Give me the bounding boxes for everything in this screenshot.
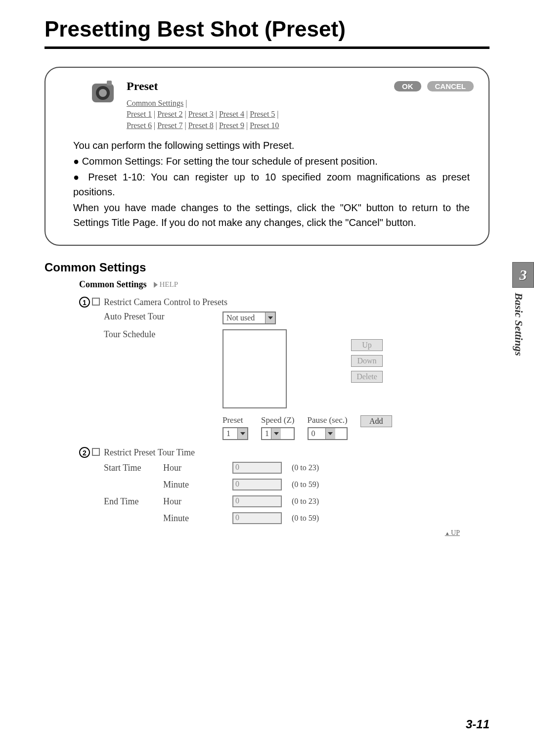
page-number: 3-11 — [466, 717, 490, 731]
speed-value: 1 — [262, 428, 271, 439]
info-box: Preset OK CANCEL Common Settings | Prese… — [44, 67, 490, 246]
down-button[interactable]: Down — [351, 355, 383, 367]
svg-rect-3 — [107, 81, 112, 86]
svg-point-2 — [99, 89, 107, 97]
chapter-badge: 3 — [512, 262, 534, 288]
title-underline — [44, 46, 490, 49]
restrict-tour-time-checkbox[interactable] — [92, 448, 100, 456]
end-hour-input[interactable]: 0 — [232, 495, 282, 507]
add-button[interactable]: Add — [360, 415, 392, 427]
cancel-button[interactable]: CANCEL — [427, 81, 474, 91]
link-preset-8[interactable]: Preset 8 — [188, 121, 214, 130]
side-tab: 3 Basic Settings — [512, 262, 534, 356]
svg-marker-6 — [274, 432, 279, 435]
link-preset-4[interactable]: Preset 4 — [219, 110, 244, 118]
end-hour-label: Hour — [163, 496, 227, 507]
info-p1: You can perform the following settings w… — [73, 138, 470, 153]
pause-value: 0 — [309, 428, 325, 439]
up-link[interactable]: UP — [79, 529, 460, 537]
speed-select[interactable]: 1 — [261, 427, 295, 440]
end-minute-range: (0 to 59) — [292, 514, 319, 523]
callout-2: 2 — [79, 447, 90, 458]
speed-col-label: Speed (Z) — [261, 415, 295, 425]
chapter-label: Basic Settings — [512, 293, 525, 356]
tour-schedule-label: Tour Schedule — [104, 329, 222, 340]
auto-preset-tour-select[interactable]: Not used — [222, 311, 276, 324]
preset-select[interactable]: 1 — [222, 427, 248, 440]
end-time-label: End Time — [104, 496, 158, 507]
start-minute-range: (0 to 59) — [292, 480, 319, 489]
info-bullet-2: Preset 1-10: You can register up to 10 s… — [73, 170, 470, 199]
section-title: Common Settings — [44, 261, 490, 274]
up-button[interactable]: Up — [351, 339, 383, 351]
info-p2: When you have made changes to the settin… — [73, 200, 470, 230]
chevron-down-icon — [237, 428, 247, 439]
preset-value: 1 — [223, 428, 237, 439]
settings-panel: Common Settings HELP 1 Restrict Camera C… — [79, 279, 460, 537]
restrict-tour-time-label: Restrict Preset Tour Time — [104, 447, 195, 458]
end-minute-label: Minute — [163, 513, 227, 524]
info-bullet-1: Common Settings: For setting the tour sc… — [73, 154, 470, 169]
link-preset-9[interactable]: Preset 9 — [219, 121, 244, 130]
preset-col-label: Preset — [222, 415, 248, 425]
start-hour-input[interactable]: 0 — [232, 462, 282, 474]
end-minute-input[interactable]: 0 — [232, 512, 282, 524]
tour-schedule-listbox[interactable] — [222, 329, 287, 408]
link-preset-3[interactable]: Preset 3 — [188, 110, 214, 118]
start-minute-label: Minute — [163, 480, 227, 490]
link-preset-7[interactable]: Preset 7 — [157, 121, 182, 130]
svg-marker-5 — [240, 432, 245, 435]
link-preset-10[interactable]: Preset 10 — [250, 121, 279, 130]
link-preset-5[interactable]: Preset 5 — [250, 110, 275, 118]
start-time-label: Start Time — [104, 463, 158, 473]
chevron-down-icon — [271, 428, 281, 439]
link-common-settings[interactable]: Common Settings — [127, 99, 183, 107]
preset-title: Preset — [127, 80, 388, 93]
chevron-down-icon — [265, 312, 275, 323]
start-hour-range: (0 to 23) — [292, 463, 319, 472]
auto-preset-tour-label: Auto Preset Tour — [104, 311, 222, 322]
common-settings-heading: Common Settings — [79, 279, 147, 290]
callout-1: 1 — [79, 297, 90, 308]
link-preset-1[interactable]: Preset 1 — [127, 110, 152, 118]
delete-button[interactable]: Delete — [351, 371, 383, 383]
help-icon — [154, 282, 158, 288]
pause-select[interactable]: 0 — [308, 427, 348, 440]
start-minute-input[interactable]: 0 — [232, 479, 282, 490]
svg-marker-7 — [328, 432, 333, 435]
restrict-camera-label: Restrict Camera Control to Presets — [104, 297, 227, 308]
pause-col-label: Pause (sec.) — [308, 415, 348, 425]
page-title: Presetting Best Shot (Preset) — [44, 15, 490, 46]
chevron-down-icon — [325, 428, 335, 439]
auto-preset-tour-value: Not used — [223, 312, 265, 323]
restrict-camera-checkbox[interactable] — [92, 298, 100, 306]
end-hour-range: (0 to 23) — [292, 497, 319, 506]
preset-link-block: Common Settings | Preset 1 | Preset 2 | … — [127, 98, 474, 131]
link-preset-2[interactable]: Preset 2 — [157, 110, 182, 118]
link-preset-6[interactable]: Preset 6 — [127, 121, 152, 130]
ok-button[interactable]: OK — [394, 81, 421, 91]
start-hour-label: Hour — [163, 463, 227, 473]
svg-marker-4 — [268, 316, 273, 319]
camera-lens-icon — [90, 80, 116, 105]
help-link[interactable]: HELP — [160, 280, 178, 289]
